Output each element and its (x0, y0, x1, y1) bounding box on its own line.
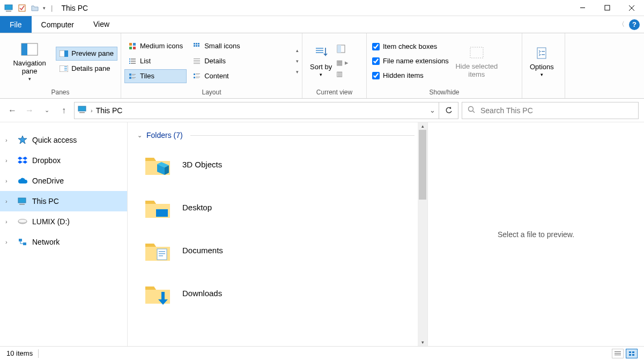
layout-small-button[interactable]: Small icons (189, 39, 243, 53)
check-item-boxes[interactable]: Item check boxes (370, 41, 451, 52)
svg-rect-30 (132, 78, 135, 79)
svg-rect-54 (542, 51, 545, 52)
ribbon-group-options: Options ▾ (522, 33, 565, 98)
maximize-button[interactable] (595, 0, 619, 16)
address-dropdown-icon[interactable]: ⌄ (430, 106, 435, 114)
preview-pane-button[interactable]: Preview pane (56, 47, 117, 61)
svg-rect-32 (196, 43, 197, 45)
expand-gallery-icon[interactable]: ▾ (296, 69, 299, 75)
close-button[interactable] (619, 0, 644, 16)
svg-rect-73 (615, 355, 621, 355)
nav-dropbox[interactable]: ›Dropbox (0, 150, 127, 171)
nav-network[interactable]: ›Network (0, 232, 127, 252)
tile-label: 3D Objects (182, 160, 222, 169)
folder-list: ⌄ Folders (7) 3D Objects Desktop Documen… (128, 122, 418, 346)
scroll-up-icon[interactable]: ▴ (296, 48, 299, 53)
options-button[interactable]: Options ▾ (525, 35, 558, 86)
svg-rect-57 (79, 112, 85, 113)
cloud-icon (17, 175, 28, 186)
tab-computer[interactable]: Computer (32, 16, 84, 33)
nav-this-pc[interactable]: ›This PC (0, 191, 127, 211)
group-by-icon[interactable] (336, 44, 349, 55)
expand-icon[interactable]: › (5, 178, 13, 184)
check-file-ext[interactable]: File name extensions (370, 56, 451, 66)
svg-rect-2 (19, 5, 25, 11)
tile-3d-objects[interactable]: 3D Objects (137, 143, 414, 186)
refresh-button[interactable] (439, 102, 458, 119)
scroll-down-icon[interactable]: ▾ (421, 340, 424, 345)
tile-downloads[interactable]: Downloads (137, 271, 414, 314)
layout-details-button[interactable]: Details (189, 54, 243, 68)
svg-rect-8 (21, 43, 27, 55)
hide-selected-button[interactable]: Hide selected items (451, 35, 502, 86)
layout-medium-button[interactable]: Medium icons (124, 39, 187, 53)
address-box[interactable]: › This PC ⌄ (74, 102, 439, 119)
recent-dropdown[interactable]: ⌄ (40, 104, 54, 117)
layout-tiles-button[interactable]: Tiles (124, 69, 187, 83)
qa-dropdown-icon[interactable]: ▾ (43, 5, 46, 11)
forward-button[interactable]: → (23, 104, 36, 117)
search-input[interactable] (480, 106, 633, 115)
tile-documents[interactable]: Documents (137, 229, 414, 271)
collapse-icon[interactable]: ⌄ (137, 132, 142, 139)
svg-rect-15 (129, 43, 132, 46)
vertical-scrollbar[interactable]: ▴ ▾ (418, 122, 427, 346)
tile-desktop[interactable]: Desktop (137, 186, 414, 229)
tiles-icon (128, 72, 137, 80)
navigation-pane-icon (21, 41, 38, 58)
sort-by-button[interactable]: Sort by ▾ (306, 35, 336, 86)
expand-icon[interactable]: › (5, 137, 13, 143)
navigation-pane-label: Navigation pane (8, 59, 51, 75)
svg-rect-20 (131, 58, 136, 60)
layout-content-button[interactable]: Content (189, 69, 243, 83)
size-columns-icon[interactable]: ▥ (336, 70, 349, 78)
svg-rect-31 (194, 43, 195, 45)
check-hidden[interactable]: Hidden items (370, 70, 451, 80)
dropbox-icon (17, 155, 28, 166)
scrollbar-thumb[interactable] (419, 130, 426, 200)
view-mode-tiles[interactable] (626, 349, 638, 358)
layout-list-button[interactable]: List (124, 54, 187, 68)
expand-icon[interactable]: › (5, 218, 13, 225)
svg-rect-1 (6, 11, 11, 12)
details-pane-button[interactable]: Details pane (56, 62, 117, 76)
group-header-label: Folders (7) (146, 131, 183, 139)
tab-view[interactable]: View (84, 16, 119, 33)
expand-icon[interactable]: › (5, 239, 13, 245)
scroll-down-icon[interactable]: ▾ (296, 58, 299, 64)
svg-point-58 (469, 107, 473, 112)
chevron-down-icon: ▾ (541, 72, 543, 77)
svg-rect-65 (23, 243, 26, 245)
navigation-pane-button[interactable]: Navigation pane ▾ (3, 35, 56, 86)
medium-icons-icon (128, 42, 137, 50)
breadcrumb-location[interactable]: This PC (96, 106, 123, 115)
up-button[interactable]: ↑ (57, 104, 71, 117)
back-button[interactable]: ← (5, 104, 19, 117)
chevron-down-icon: ▾ (320, 72, 322, 77)
svg-rect-74 (629, 351, 631, 353)
breadcrumb-chevron-icon[interactable]: › (91, 107, 93, 114)
tab-file[interactable]: File (0, 16, 32, 33)
expand-icon[interactable]: › (5, 198, 13, 204)
svg-rect-77 (632, 354, 634, 356)
collapse-ribbon-icon[interactable]: 〈 (618, 20, 625, 29)
minimize-button[interactable] (570, 0, 595, 16)
details-icon (193, 57, 201, 65)
svg-rect-61 (19, 204, 25, 205)
add-columns-icon[interactable]: ▦ ▸ (336, 58, 349, 67)
search-box[interactable] (462, 102, 639, 119)
expand-icon[interactable]: › (5, 157, 13, 164)
folder-small-icon[interactable] (30, 3, 40, 13)
view-mode-details[interactable] (612, 349, 624, 358)
svg-rect-68 (159, 251, 165, 252)
hide-icon (468, 44, 485, 61)
svg-rect-34 (194, 45, 195, 47)
nav-onedrive[interactable]: ›OneDrive (0, 171, 127, 191)
properties-icon[interactable] (17, 3, 27, 13)
nav-lumix[interactable]: ›LUMIX (D:) (0, 211, 127, 232)
separator: | (51, 4, 53, 12)
scroll-up-icon[interactable]: ▴ (421, 123, 424, 129)
group-header-folders[interactable]: ⌄ Folders (7) (137, 128, 414, 143)
nav-quick-access[interactable]: ›Quick access (0, 130, 127, 150)
help-icon[interactable]: ? (629, 19, 640, 30)
